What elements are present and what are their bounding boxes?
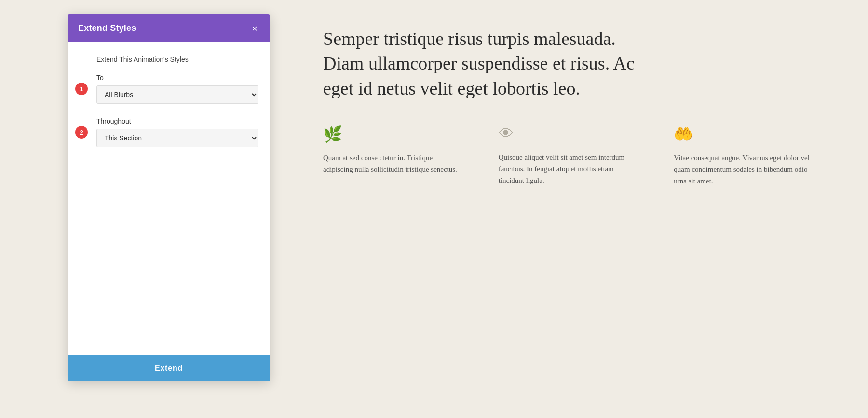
blurb-3: 🤲 Vitae consequat augue. Vivamus eget do…: [674, 125, 829, 187]
modal-header: Extend Styles ×: [68, 14, 270, 42]
step-2-group: 2 Throughout This Section Entire Page Al…: [96, 117, 258, 147]
to-select[interactable]: All Blurbs This Blurb All Modules This M…: [96, 85, 258, 104]
step-1-group: 1 To All Blurbs This Blurb All Modules T…: [96, 74, 258, 104]
blurb-2-text: Quisque aliquet velit sit amet sem inter…: [499, 152, 635, 186]
modal-body: Extend This Animation's Styles 1 To All …: [68, 42, 270, 355]
blurb-2: 👁 Quisque aliquet velit sit amet sem int…: [499, 125, 655, 186]
blurb-1-text: Quam at sed conse ctetur in. Tristique a…: [323, 152, 460, 175]
content-area: Semper tristique risus turpis malesuada.…: [270, 0, 868, 206]
throughout-select[interactable]: This Section Entire Page All Pages: [96, 129, 258, 147]
extend-styles-modal: Extend Styles × Extend This Animation's …: [68, 14, 270, 381]
hero-text: Semper tristique risus turpis malesuada.…: [323, 27, 661, 101]
step-2-label: Throughout: [96, 117, 258, 125]
modal-close-button[interactable]: ×: [250, 24, 259, 33]
blurb-1-icon: 🌿: [323, 125, 460, 143]
step-2-badge: 2: [75, 126, 88, 139]
step-1-badge: 1: [75, 83, 88, 95]
modal-footer: Extend: [68, 355, 270, 381]
blurb-1: 🌿 Quam at sed conse ctetur in. Tristique…: [323, 125, 479, 175]
modal-title: Extend Styles: [78, 23, 136, 33]
blurb-2-icon: 👁: [499, 125, 635, 143]
blurb-3-text: Vitae consequat augue. Vivamus eget dolo…: [674, 152, 810, 187]
blurb-3-icon: 🤲: [674, 125, 810, 143]
step-1-label: To: [96, 74, 258, 82]
modal-subtitle: Extend This Animation's Styles: [96, 56, 258, 63]
extend-button[interactable]: Extend: [68, 355, 270, 381]
blurbs-row: 🌿 Quam at sed conse ctetur in. Tristique…: [323, 125, 829, 187]
